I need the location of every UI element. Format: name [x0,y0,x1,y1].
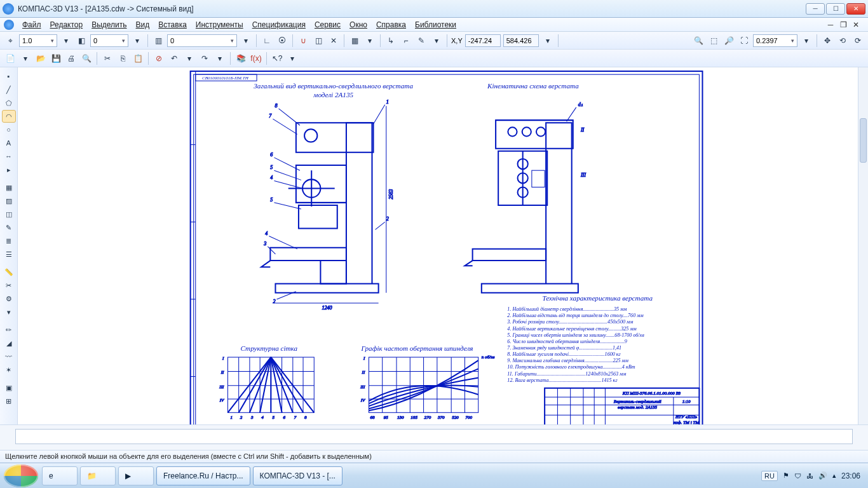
magnet-icon[interactable]: ∪ [296,34,310,48]
geom-text-icon[interactable]: A [2,137,16,149]
tool-trim-icon[interactable]: ✂ [2,279,16,292]
grid-icon[interactable]: ▦ [348,34,362,48]
menu-spec[interactable]: Спецификация [248,19,310,30]
zoom-out-icon[interactable]: 🔎 [722,34,736,48]
new-drop-icon[interactable]: ▾ [18,51,32,65]
task-ie[interactable]: e [42,466,78,485]
step-dropdown-icon[interactable]: ▾ [59,34,73,48]
param-icon[interactable]: ✎ [414,34,428,48]
menu-tools[interactable]: Инструменты [191,19,248,30]
coord-lock-icon[interactable]: ▾ [541,34,555,48]
task-wmp[interactable]: ▶ [118,466,154,485]
help-arrow-icon[interactable]: ↖? [270,51,284,65]
menu-file[interactable]: Файл [18,19,46,30]
menu-libraries[interactable]: Библиотеки [410,19,461,30]
redo-icon[interactable]: ↷ [198,51,212,65]
snap-midpoint-icon[interactable]: ◫ [311,34,325,48]
task-freelance[interactable]: Freelance.Ru / Настр... [156,466,250,485]
lcs-toggle-icon[interactable]: ⌐ [399,34,413,48]
coord-x[interactable]: -247.24 [465,34,501,47]
tray-flag-icon[interactable]: ⚑ [783,471,789,480]
tool-snap-icon[interactable]: ◫ [2,208,16,220]
zoom-window-icon[interactable]: ⬚ [707,34,721,48]
snap-cursor-icon[interactable]: ⌖ [3,34,17,48]
round-icon[interactable]: ⦿ [275,34,289,48]
tool-hatch-icon[interactable]: ▨ [2,194,16,207]
redo-drop-icon[interactable]: ▾ [213,51,227,65]
cancel-icon[interactable]: ⊘ [152,51,166,65]
zoom-prev-icon[interactable]: ⟲ [836,34,850,48]
lcs-icon[interactable]: ↳ [384,34,398,48]
undo-drop-icon[interactable]: ▾ [182,51,196,65]
help-drop-icon[interactable]: ▾ [285,51,299,65]
geom-poly-icon[interactable]: ⬠ [2,97,16,109]
tray-shield-icon[interactable]: 🛡 [794,472,801,480]
scrollbar-vertical[interactable] [858,67,868,452]
tool-edit-icon[interactable]: ✎ [2,221,16,234]
close-button[interactable]: ✕ [846,3,865,15]
geom-arc-icon[interactable]: ◠ [2,110,16,123]
refresh-icon[interactable]: ⟳ [851,34,865,48]
menu-insert[interactable]: Вставка [154,19,191,30]
line-style-drop-icon[interactable]: ▾ [130,34,144,48]
cut-icon[interactable]: ✂ [100,51,114,65]
current-step-combo[interactable]: 1.0 [19,34,57,47]
menu-select[interactable]: Выделить [87,19,131,30]
tool-tree-icon[interactable]: ⊞ [2,395,16,407]
menu-service[interactable]: Сервис [310,19,345,30]
undo-icon[interactable]: ↶ [167,51,181,65]
mdi-minimize[interactable]: ─ [826,20,835,29]
property-input[interactable] [15,429,853,444]
ortho-icon[interactable]: ∟ [260,34,274,48]
param-drop-icon[interactable]: ▾ [430,34,444,48]
lang-indicator[interactable]: RU [761,471,778,481]
maximize-button[interactable]: ☐ [826,3,845,15]
tool-table-icon[interactable]: ▦ [2,181,16,194]
task-explorer[interactable]: 📁 [80,466,116,485]
zoom-combo[interactable]: 0.2397 [753,34,797,47]
open-icon[interactable]: 📂 [34,51,48,65]
paste-icon[interactable]: 📋 [131,51,145,65]
geom-line-icon[interactable]: ╱ [2,83,16,96]
menu-window[interactable]: Окно [345,19,372,30]
tray-volume-icon[interactable]: 🔊 [818,471,827,480]
snap-intersect-icon[interactable]: ✕ [327,34,341,48]
new-icon[interactable]: 📄 [3,51,17,65]
copy-icon[interactable]: ⎘ [116,51,130,65]
save-icon[interactable]: 💾 [49,51,63,65]
clock[interactable]: 23:06 [841,471,860,480]
zoom-fit-icon[interactable]: ⛶ [737,34,751,48]
preview-icon[interactable]: 🔍 [79,51,93,65]
pan-icon[interactable]: ✥ [820,34,834,48]
tool-draw2-icon[interactable]: 〰 [2,350,16,363]
layers-icon[interactable]: ▥ [151,34,165,48]
mdi-close[interactable]: ✕ [851,20,860,29]
layer-drop-icon[interactable]: ▾ [239,34,253,48]
tool-spec-icon[interactable]: ≣ [2,234,16,247]
zoom-drop-icon[interactable]: ▾ [799,34,813,48]
tool-report-icon[interactable]: ☰ [2,248,16,261]
tool-sketch-icon[interactable]: ✏ [2,323,16,336]
tool-more-icon[interactable]: ▾ [2,306,16,318]
tool-macro-icon[interactable]: ▣ [2,381,16,394]
geom-dim-icon[interactable]: ↔ [2,150,16,163]
coord-y[interactable]: 584.426 [503,34,539,47]
mdi-restore[interactable]: ❐ [839,20,848,29]
zoom-in-icon[interactable]: 🔍 [691,34,705,48]
grid-drop-icon[interactable]: ▾ [363,34,377,48]
tray-network-icon[interactable]: 🖧 [806,472,813,480]
app-menu-icon[interactable] [4,20,14,30]
task-kompas[interactable]: КОМПАС-3D V13 - [... [253,466,342,485]
layer-combo[interactable]: 0 [167,34,237,47]
tool-constraints-icon[interactable]: ⚙ [2,292,16,305]
variables-icon[interactable]: f(x) [249,51,263,65]
menu-help[interactable]: Справка [372,19,410,30]
print-icon[interactable]: 🖨 [64,51,78,65]
menu-view[interactable]: Вид [132,19,154,30]
tool-measure-icon[interactable]: 📏 [2,266,16,278]
geom-point-icon[interactable]: ▪ [2,70,16,83]
start-button[interactable] [4,464,38,487]
tool-draw1-icon[interactable]: ◢ [2,337,16,349]
tray-chevron-icon[interactable]: ▴ [832,471,836,480]
minimize-button[interactable]: ─ [806,3,825,15]
